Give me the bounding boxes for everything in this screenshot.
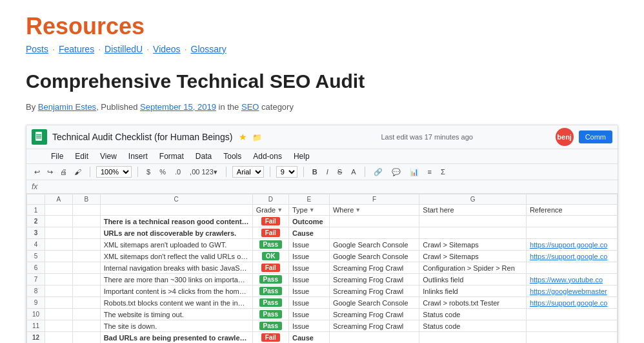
cell-d: Pass	[252, 286, 288, 297]
reference-link[interactable]: https://googlewebmaster	[530, 287, 607, 295]
font-select[interactable]: Arial	[232, 166, 264, 178]
cell-d: Fail	[252, 227, 288, 239]
link-button[interactable]: 🔗	[371, 167, 385, 178]
cell-d: Fail	[252, 216, 288, 227]
cell-c: URLs are not discoverable by crawlers.	[100, 227, 252, 239]
cell-f: Screaming Frog Crawl	[329, 309, 419, 320]
cell-b	[72, 320, 100, 332]
cell-a1	[45, 205, 72, 216]
cell-e: Issue	[288, 320, 329, 332]
cell-f: Screaming Frog Crawl	[329, 286, 419, 297]
reference-link[interactable]: https://support.google.co	[530, 299, 607, 307]
cell-e: Issue	[288, 239, 329, 251]
user-avatar: benj	[556, 128, 574, 146]
menu-file[interactable]: File	[50, 151, 65, 162]
reference-link[interactable]: https://support.google.co	[530, 241, 607, 249]
table-row: 11 The site is down. Pass Issue Screamin…	[27, 320, 618, 332]
row-number: 8	[27, 286, 45, 297]
svg-rect-1	[36, 134, 41, 135]
decimal-button[interactable]: .0	[172, 167, 183, 177]
redo-button[interactable]: ↪	[45, 167, 55, 178]
cell-d: Pass	[252, 239, 288, 251]
text-color-button[interactable]: A	[348, 167, 358, 177]
menu-tools[interactable]: Tools	[222, 151, 243, 162]
nav-distilledu[interactable]: DistilledU	[105, 44, 143, 54]
grade-badge: Fail	[261, 229, 280, 237]
currency-button[interactable]: $	[144, 167, 153, 177]
nav-features[interactable]: Features	[59, 44, 94, 54]
menu-help[interactable]: Help	[292, 151, 311, 162]
font-size-select[interactable]: 9	[276, 166, 297, 178]
decimal-format-button[interactable]: ,00 123▾	[187, 167, 220, 178]
zoom-select[interactable]: 100%	[96, 166, 132, 178]
svg-rect-3	[36, 138, 41, 138]
nav-videos[interactable]: Videos	[153, 44, 181, 54]
cell-d: Fail	[252, 262, 288, 274]
undo-button[interactable]: ↩	[32, 167, 43, 178]
nav-posts[interactable]: Posts	[26, 44, 48, 54]
filter-button[interactable]: ≡	[425, 167, 434, 177]
cell-ref	[526, 216, 617, 227]
nav-glossary[interactable]: Glossary	[191, 44, 226, 54]
reference-link[interactable]: https://support.google.co	[530, 253, 607, 260]
cell-f	[329, 227, 419, 239]
cell-ref: https://support.google.co	[526, 239, 617, 251]
grade-badge: Fail	[261, 333, 280, 342]
cell-g: Status code	[419, 320, 527, 332]
spreadsheet-table: A B C D E F G 1 Grade ▼ Type ▼ Where ▼ S…	[26, 194, 618, 343]
grade-badge: Pass	[259, 275, 282, 284]
author-link[interactable]: Benjamin Estes	[38, 102, 96, 112]
cell-c: The site is down.	[100, 320, 252, 332]
reference-link[interactable]: https://www.youtube.co	[530, 276, 603, 284]
percent-button[interactable]: %	[157, 167, 168, 177]
corner-cell	[27, 194, 45, 205]
cell-ref: https://googlewebmaster	[526, 286, 617, 297]
toolbar-divider-4	[270, 167, 270, 177]
folder-icon[interactable]: 📁	[252, 133, 262, 142]
bold-button[interactable]: B	[310, 167, 320, 177]
table-row: 10 The website is timing out. Pass Issue…	[27, 309, 618, 320]
chart-button[interactable]: 📊	[407, 167, 421, 178]
col-header-c: C	[100, 194, 252, 205]
cell-f	[329, 216, 419, 227]
menu-format[interactable]: Format	[158, 151, 185, 162]
cell-f1: Where ▼	[329, 205, 419, 216]
menu-addons[interactable]: Add-ons	[252, 151, 283, 162]
grade-badge: Pass	[259, 322, 282, 330]
ss-toolbar: ↩ ↪ 🖨 🖌 100% $ % .0 ,00 123▾ Arial 9	[26, 164, 618, 180]
menu-data[interactable]: Data	[194, 151, 213, 162]
toolbar-divider-1	[90, 167, 90, 177]
sigma-button[interactable]: Σ	[438, 167, 448, 177]
paint-format-button[interactable]: 🖌	[72, 167, 84, 177]
grade-badge: Pass	[259, 240, 282, 249]
cell-a	[45, 239, 72, 251]
cell-b	[72, 251, 100, 262]
col-header-d: D	[252, 194, 288, 205]
comment-button[interactable]: Comm	[579, 130, 612, 143]
print-button[interactable]: 🖨	[57, 167, 70, 177]
cell-d: Pass	[252, 320, 288, 332]
menu-view[interactable]: View	[99, 151, 118, 162]
cell-d: Fail	[252, 332, 288, 344]
menu-edit[interactable]: Edit	[74, 151, 90, 162]
cell-g: Outlinks field	[419, 274, 527, 286]
table-row: 7 There are more than ~300 links on impo…	[27, 274, 618, 286]
table-row: 1 Grade ▼ Type ▼ Where ▼ Start here Refe…	[27, 205, 618, 216]
star-icon[interactable]: ★	[239, 132, 247, 142]
italic-button[interactable]: I	[324, 167, 331, 177]
cell-ref	[526, 332, 617, 344]
cell-f: Google Search Console	[329, 297, 419, 309]
cell-ref1: Reference	[526, 205, 617, 216]
category-link[interactable]: SEO	[241, 102, 259, 112]
table-row: 8 Important content is >4 clicks from th…	[27, 286, 618, 297]
nav-sep-4: ·	[185, 44, 187, 54]
date-link[interactable]: September 15, 2019	[140, 102, 216, 112]
menu-insert[interactable]: Insert	[127, 151, 149, 162]
resources-title: Resources	[26, 13, 618, 40]
comment-icon-button[interactable]: 💬	[389, 167, 403, 178]
strikethrough-button[interactable]: S	[335, 167, 345, 177]
cell-a	[45, 297, 72, 309]
cell-b1	[72, 205, 100, 216]
ss-topbar: Technical Audit Checklist (for Human Bei…	[26, 125, 618, 149]
cell-a	[45, 286, 72, 297]
